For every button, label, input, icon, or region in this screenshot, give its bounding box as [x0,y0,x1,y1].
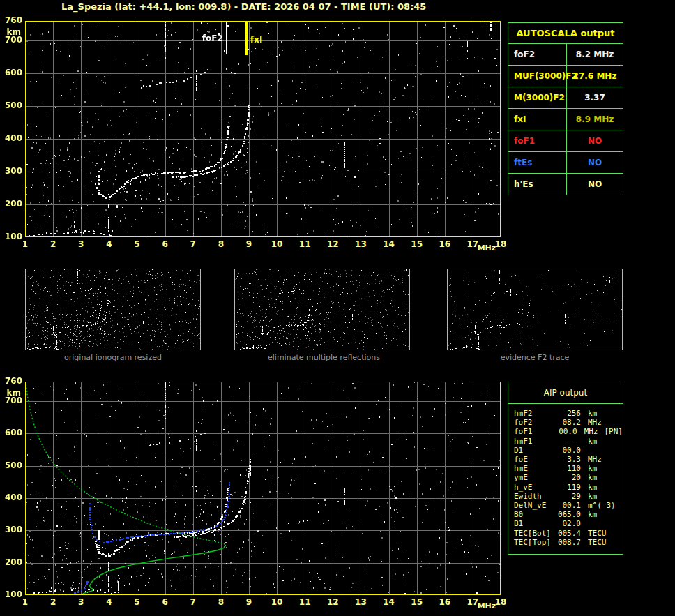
y-tick-label: 200 [1,558,22,567]
aip-row-value: 29 [554,492,581,501]
aip-row-DelN-vE: DelN_vE00.1m^(-3) [514,501,623,510]
aip-row-label: B1 [514,519,554,528]
y-tick-label: 600 [1,428,22,437]
autoscala-row-label: MUF(3000)F2 [508,66,567,87]
aip-table-rows: hmF2256kmfoF208.2MHzfoF100.0MHz[PN]hmF1-… [508,404,623,547]
x-tick-label: 13 [352,598,369,607]
x-tick-label: 7 [185,598,202,607]
thumbnail-evidence-f2 [447,269,623,350]
autoscala-row-value: NO [567,130,623,151]
aip-row-unit: MHz [588,455,602,464]
aip-row-unit: km [588,409,597,418]
aip-row-value: 008.7 [554,538,581,547]
y-tick-label: 200 [1,200,22,209]
x-tick-label: 6 [157,598,174,607]
aip-row-value: 00.1 [554,501,581,510]
autoscala-row-value: 27.6 MHz [567,66,623,87]
aip-row-hmE: hmE110km [514,464,623,473]
aip-row-foF2: foF208.2MHz [514,418,623,427]
aip-row-ymE: ymE20km [514,473,623,482]
aip-output-table: AIP output hmF2256kmfoF208.2MHzfoF100.0M… [508,382,623,555]
y-tick-label: 700 [1,36,22,45]
y-tick-label: 400 [1,134,22,143]
autoscala-row-MUF3000F2: MUF(3000)F227.6 MHz [508,66,623,87]
x-tick-label: 16 [437,598,453,607]
thumbnail-caption-original: original ionogram resized [25,353,201,362]
aip-row-unit: km [588,473,597,482]
autoscala-table-header: AUTOSCALA output [508,23,623,44]
autoscala-row-value: 8.2 MHz [567,44,623,65]
autoscala-row-label: ftEs [508,152,567,173]
aip-row-unit: km [588,437,597,446]
aip-row-value: 110 [554,464,581,473]
x-tick-label: 15 [409,240,425,249]
y-axis-unit-label: km [1,28,21,37]
x-tick-label: 12 [324,598,341,607]
y-axis-unit-label: km [1,389,21,398]
x-tick-label: 12 [324,240,341,249]
x-tick-label: 6 [157,240,174,249]
x-tick-label: 1 [17,240,33,249]
x-tick-label: 13 [352,240,369,249]
aip-row-label: foF1 [514,427,552,436]
x-tick-label: 9 [241,598,257,607]
y-tick-label: 300 [1,525,22,534]
aip-row-unit: km [588,492,597,501]
autoscala-row-label: foF2 [508,44,567,65]
autoscala-row-label: fxI [508,109,567,130]
aip-row-unit: TECU [588,538,607,547]
x-tick-label: 14 [381,240,397,249]
x-tick-label: 8 [213,598,229,607]
aip-row-TEC-Top-: TEC[Top]008.7TECU [514,538,623,547]
thumbnail-eliminate-reflections [234,269,410,350]
aip-row-unit: km [588,464,597,473]
fxi-annotation-label: fxI [250,35,262,45]
aip-row-foF1: foF100.0MHz[PN] [514,427,623,436]
x-tick-label: 7 [185,240,202,249]
aip-row-label: TEC[Bot] [514,529,554,538]
thumbnail-evidence-canvas [448,269,622,350]
y-tick-label: 760 [1,16,22,25]
top-ionogram-plot: foF2 fxI [25,21,501,237]
y-tick-label: 400 [1,493,22,502]
aip-row-label: foE [514,455,554,464]
y-tick-label: 500 [1,101,22,110]
aip-row-unit: m^(-3) [588,501,616,510]
autoscala-row-foF2: foF28.2 MHz [508,44,623,66]
bottom-ionogram-canvas [25,382,501,595]
autoscala-row-value: 8.9 MHz [567,109,623,130]
aip-row-value: 256 [554,409,581,418]
autoscala-row-hEs: h'EsNO [508,174,623,195]
aip-row-foE: foE3.3MHz [514,455,623,464]
autoscala-screen: La_Spezia (lat: +44.1, lon: 009.8) - DAT… [0,0,675,616]
aip-row-unit: MHz [584,427,598,436]
aip-row-unit: MHz [588,418,602,427]
aip-row-label: foF2 [514,418,554,427]
autoscala-row-value: NO [567,152,623,173]
aip-row-label: B0 [514,510,554,519]
x-tick-label: 1 [17,598,33,607]
autoscala-row-value: NO [567,174,623,195]
aip-row-label: DelN_vE [514,501,554,510]
aip-row-TEC-Bot-: TEC[Bot]005.4TECU [514,529,623,538]
x-tick-label: 11 [296,240,313,249]
aip-row-label: Ewidth [514,492,554,501]
x-tick-label: 10 [268,598,285,607]
aip-row-h-vE: h_vE119km [514,483,623,492]
y-tick-label: 760 [1,377,22,386]
aip-row-value: 08.2 [554,418,581,427]
fof2-annotation-label: foF2 [199,33,223,43]
thumbnail-caption-evidence: evidence F2 trace [447,353,623,362]
aip-row-label: TEC[Top] [514,538,554,547]
autoscala-row-fxI: fxI8.9 MHz [508,109,623,130]
thumbnail-eliminate-canvas [235,269,409,350]
aip-row-unit: km [588,483,597,492]
aip-row-B0: B0065.0km [514,510,623,519]
x-tick-label: 4 [100,598,117,607]
aip-row-D1: D100.0 [514,446,623,455]
x-tick-label: 9 [241,240,257,249]
y-tick-label: 600 [1,68,22,77]
y-tick-label: 300 [1,167,22,176]
autoscala-output-table: AUTOSCALA output foF28.2 MHzMUF(3000)F22… [508,22,623,195]
x-tick-label: 3 [73,598,89,607]
